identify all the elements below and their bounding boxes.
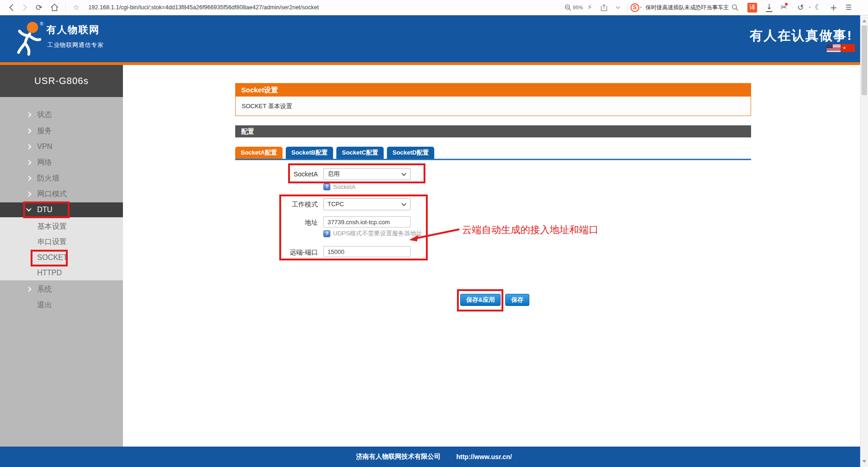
sidebar-item-label: 服务 (37, 126, 52, 136)
sidebar-item-basic-settings[interactable]: 基本设置 (0, 219, 123, 234)
undo-icon[interactable]: ↺ (797, 4, 804, 12)
sidebar-item-network[interactable]: 网络 (0, 155, 123, 170)
chevron-right-icon (26, 144, 31, 149)
cn-flag-icon[interactable]: ★ (841, 44, 855, 52)
sidebar-item-dtu[interactable]: DTU (0, 202, 123, 217)
scroll-thumb[interactable] (862, 26, 867, 95)
scroll-down-icon[interactable] (862, 460, 866, 463)
scroll-up-icon[interactable] (862, 19, 866, 22)
language-flags: ★ (827, 44, 855, 52)
chevron-down-icon (26, 206, 31, 211)
refresh-icon[interactable]: ⟳ (36, 4, 42, 12)
sidebar-item-serial-settings[interactable]: 串口设置 (0, 234, 123, 250)
toolbar-divider (627, 3, 628, 12)
footer-company: 济南有人物联网技术有限公司 (356, 453, 440, 461)
back-icon[interactable] (9, 4, 14, 11)
translate-icon[interactable]: 译 (747, 3, 757, 13)
zoom-level[interactable]: 95% (573, 5, 583, 10)
socket-tabs: SocketA配置 SocketB配置 SocketC配置 SocketD配置 (235, 147, 434, 159)
device-name: USR-G806s (0, 65, 123, 97)
save-apply-button[interactable]: 保存&应用 (460, 294, 501, 306)
address-input[interactable] (323, 216, 411, 227)
sidebar-item-vpn[interactable]: VPN (0, 139, 123, 155)
work-mode-label: 工作模式 (259, 201, 318, 209)
browser-menu-icon[interactable]: ☰ (846, 4, 852, 11)
chevron-right-icon (26, 286, 31, 292)
remote-port-input[interactable] (323, 246, 411, 257)
chevron-right-icon (26, 128, 31, 133)
zoom-out-icon[interactable] (565, 4, 572, 11)
tab-socket-c[interactable]: SocketC配置 (336, 147, 384, 159)
config-section-bar: 配置 (235, 125, 751, 137)
sidebar-item-socket[interactable]: SOCKET (0, 250, 123, 266)
chevron-right-icon (26, 175, 31, 181)
sidebar-item-services[interactable]: 服务 (0, 123, 123, 139)
footer-site-link[interactable]: http://www.usr.cn/ (456, 453, 512, 461)
svg-text:®: ® (40, 21, 44, 26)
sidebar-item-port-mode[interactable]: 网口模式 (0, 186, 123, 202)
sidebar-item-system[interactable]: 系统 (0, 281, 123, 297)
page: ⟳ ☆ 192.168.1.1/cgi-bin/luci/;stok=4dd13… (0, 0, 868, 467)
brand-subtitle: 工业物联网通信专家 (47, 41, 104, 49)
forward-icon[interactable] (22, 4, 27, 11)
sidebar-item-label: 退出 (37, 300, 52, 310)
sidebar-item-status[interactable]: 状态 (0, 107, 123, 123)
sidebar-item-label: 网口模式 (37, 189, 67, 199)
search-icon[interactable] (732, 4, 739, 11)
tabs-underline (235, 159, 751, 160)
header-accent-bar (0, 62, 868, 65)
sidebar-item-httpd[interactable]: HTTPD (0, 265, 123, 281)
header-slogan: 有人在认真做事! (750, 27, 852, 45)
sidebar-item-label: 状态 (37, 110, 52, 120)
sidebar-item-label: 基本设置 (37, 222, 67, 232)
footer: 济南有人物联网技术有限公司 http://www.usr.cn/ (0, 447, 868, 467)
select-chevron-icon (401, 203, 406, 207)
search-input[interactable]: 保时捷高速插队未成恐吓当事车主 (645, 4, 729, 12)
undo-caret-icon[interactable]: ▾ (809, 6, 811, 9)
remote-port-label: 远端-端口 (259, 248, 318, 257)
download-icon[interactable]: ↓ (766, 3, 772, 12)
us-flag-icon[interactable] (827, 44, 841, 52)
sidebar-item-label: 串口设置 (37, 237, 67, 247)
site-header: ® 有人物联网 工业物联网通信专家 有人在认真做事! ★ (0, 15, 868, 62)
new-tab-plus-icon[interactable]: + (830, 3, 837, 12)
work-mode-select[interactable]: TCPC (323, 198, 411, 210)
sidebar-item-label: 网络 (37, 158, 52, 168)
url-bar[interactable]: 192.168.1.1/cgi-bin/luci/;stok=4dd13f845… (89, 4, 319, 11)
brand-title: 有人物联网 (46, 23, 100, 36)
tab-socket-b[interactable]: SocketB配置 (286, 147, 333, 159)
bookmark-star-icon[interactable]: ☆ (73, 4, 79, 11)
tab-socket-a[interactable]: SocketA配置 (235, 147, 283, 159)
toolbar-chevron-down-icon[interactable] (616, 6, 620, 9)
sidebar-item-label: VPN (37, 143, 52, 151)
tab-socket-d[interactable]: SocketD配置 (387, 147, 434, 159)
search-engine-icon[interactable]: S (630, 3, 639, 12)
socketa-enable-select[interactable]: 启用 (323, 168, 411, 180)
address-label: 地址 (259, 219, 318, 227)
sidebar-item-firewall[interactable]: 防火墙 (0, 170, 123, 186)
sidebar-item-label: SOCKET (37, 253, 68, 262)
sidebar-item-label: DTU (37, 206, 52, 214)
home-icon[interactable] (51, 4, 58, 11)
save-button[interactable]: 保存 (505, 294, 529, 306)
lightning-icon[interactable]: ⚡ (587, 4, 592, 11)
search-engine-caret-icon[interactable]: ▾ (640, 6, 642, 9)
toolbar-divider (65, 3, 66, 12)
help-icon: ? (323, 183, 330, 190)
chevron-right-icon (26, 112, 31, 117)
sidebar: USR-G806s 状态 服务 VPN 网络 防火墙 网口模式 DTU 基本设置… (0, 65, 123, 447)
chevron-right-icon (26, 160, 31, 165)
socketa-hint: ? SocketA (323, 183, 355, 190)
sidebar-item-label: 系统 (37, 285, 52, 294)
screenshot-scissors-icon[interactable]: ✂ (781, 4, 787, 11)
browser-toolbar: ⟳ ☆ 192.168.1.1/cgi-bin/luci/;stok=4dd13… (0, 0, 868, 15)
screenshot-caret-icon[interactable]: · (792, 6, 793, 9)
night-mode-icon[interactable]: ☾ (815, 4, 821, 11)
share-icon[interactable] (601, 4, 607, 11)
scrollbar[interactable] (860, 15, 868, 467)
sidebar-item-label: HTTPD (37, 269, 62, 277)
help-icon: ? (323, 230, 330, 237)
sidebar-item-logout[interactable]: 退出 (0, 297, 123, 313)
annotation-text: 云端自动生成的接入地址和端口 (462, 223, 598, 236)
sidebar-item-label: 防火墙 (37, 174, 59, 183)
